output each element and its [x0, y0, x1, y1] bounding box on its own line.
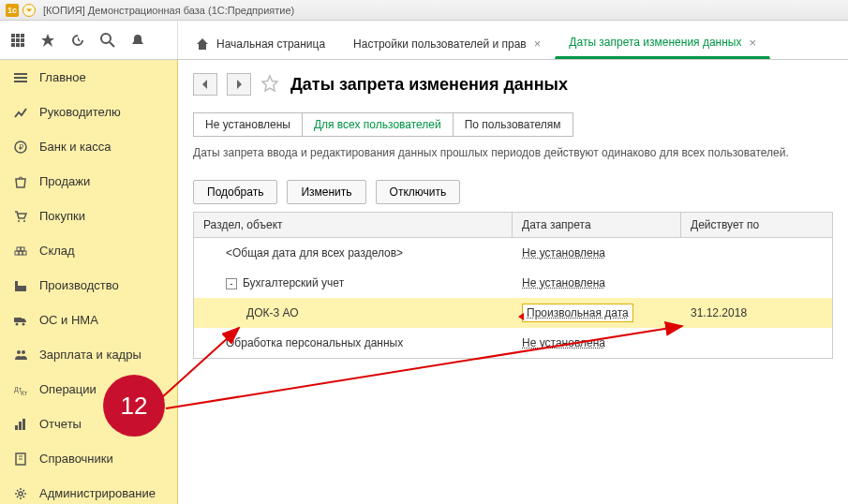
nav-back-button[interactable] [193, 73, 217, 96]
svg-rect-5 [21, 38, 24, 42]
pick-button[interactable]: Подобрать [193, 180, 277, 204]
svg-point-16 [23, 220, 25, 222]
main-toolbar: Начальная страницаНастройки пользователе… [0, 21, 848, 60]
ruble-icon: ₽ [13, 140, 28, 155]
sidebar-item-label: Зарплата и кадры [39, 348, 141, 362]
content-area: Даты запрета изменения данных Не установ… [178, 60, 848, 504]
table-row[interactable]: <Общая дата для всех разделов>Не установ… [194, 238, 832, 268]
svg-rect-11 [14, 77, 27, 79]
history-icon[interactable] [69, 32, 86, 49]
sidebar-item-8[interactable]: Зарплата и кадры [0, 337, 177, 372]
cell-effective: 31.12.2018 [681, 306, 832, 319]
svg-rect-10 [14, 73, 27, 75]
off-button[interactable]: Отключить [376, 180, 461, 204]
favorite-star-icon[interactable] [260, 74, 281, 95]
sidebar-item-3[interactable]: Продажи [0, 164, 177, 199]
tab-label: Начальная страница [216, 37, 325, 51]
grid-header-effective[interactable]: Действует по [681, 213, 832, 237]
tab-2[interactable]: Даты запрета изменения данных× [555, 27, 770, 59]
filter-tab-2[interactable]: По пользователям [454, 113, 573, 136]
gear-icon [13, 486, 28, 501]
tab-close-icon[interactable]: × [749, 36, 756, 50]
sidebar-item-1[interactable]: Руководителю [0, 95, 177, 129]
cell-date[interactable]: Произвольная дата [513, 306, 681, 319]
svg-rect-1 [16, 34, 20, 37]
tab-bar: Начальная страницаНастройки пользователе… [178, 21, 848, 59]
sidebar-item-11[interactable]: Справочники [0, 441, 177, 476]
edit-button[interactable]: Изменить [287, 180, 365, 204]
filter-tab-1[interactable]: Для всех пользователей [303, 113, 454, 136]
svg-rect-19 [22, 251, 26, 255]
cell-date[interactable]: Не установлена [513, 336, 681, 349]
truck-icon [13, 313, 28, 328]
svg-rect-24 [14, 318, 22, 322]
table-row[interactable]: Обработка персональных данныхНе установл… [194, 328, 832, 358]
sidebar-item-7[interactable]: ОС и НМА [0, 303, 177, 337]
titlebar-dropdown-icon[interactable] [22, 4, 36, 17]
cell-section: -Бухгалтерский учет [194, 276, 513, 289]
toolbar-left [0, 21, 178, 59]
nav-forward-button[interactable] [227, 73, 251, 96]
sidebar-item-label: Главное [39, 70, 86, 84]
sidebar-item-0[interactable]: Главное [0, 60, 177, 95]
sidebar-item-2[interactable]: ₽Банк и касса [0, 129, 177, 164]
home-icon [196, 37, 209, 51]
search-icon[interactable] [99, 32, 116, 49]
filter-tab-0[interactable]: Не установлены [194, 113, 303, 136]
page-title: Даты запрета изменения данных [290, 75, 568, 95]
report-icon [13, 417, 28, 432]
sidebar: ГлавноеРуководителю₽Банк и кассаПродажиП… [0, 60, 178, 504]
grid-header-date[interactable]: Дата запрета [513, 213, 681, 237]
cell-date[interactable]: Не установлена [513, 276, 681, 289]
tab-close-icon[interactable]: × [534, 37, 542, 51]
bag-icon [13, 174, 28, 189]
sidebar-item-label: Склад [39, 244, 75, 258]
sidebar-item-12[interactable]: Администрирование [0, 476, 177, 504]
svg-point-25 [16, 322, 19, 325]
tab-1[interactable]: Настройки пользователей и прав× [339, 27, 555, 59]
grid-body: <Общая дата для всех разделов>Не установ… [194, 238, 832, 358]
sidebar-item-label: Продажи [39, 174, 90, 188]
svg-point-27 [17, 350, 21, 354]
cell-date[interactable]: Не установлена [513, 246, 681, 259]
callout-number: 12 [121, 392, 148, 421]
svg-rect-2 [21, 34, 24, 37]
sidebar-item-6[interactable]: Производство [0, 268, 177, 303]
svg-rect-4 [16, 38, 20, 42]
sidebar-item-label: Производство [39, 278, 119, 292]
tree-toggle-icon[interactable]: - [226, 278, 237, 289]
svg-rect-0 [11, 34, 15, 37]
sidebar-item-label: Отчеты [39, 417, 82, 431]
star-icon[interactable] [39, 32, 56, 49]
svg-rect-21 [21, 247, 24, 251]
sidebar-item-label: Администрирование [39, 486, 156, 500]
tab-label: Даты запрета изменения данных [569, 36, 741, 49]
svg-point-15 [18, 220, 20, 222]
sidebar-item-label: Операции [39, 382, 97, 396]
sidebar-item-5[interactable]: Склад [0, 233, 177, 268]
svg-rect-18 [19, 251, 22, 255]
svg-rect-8 [21, 43, 24, 47]
app-logo-icon: 1c [6, 4, 19, 17]
cell-section: <Общая дата для всех разделов> [194, 246, 513, 259]
svg-rect-32 [19, 422, 22, 430]
cart-icon [13, 209, 28, 224]
grid-header-section[interactable]: Раздел, объект [194, 213, 513, 237]
bell-icon[interactable] [129, 32, 146, 49]
sidebar-item-label: Покупки [39, 209, 85, 223]
page-header-row: Даты запрета изменения данных [193, 73, 833, 96]
table-row[interactable]: ДОК-3 АОПроизвольная дата31.12.2018 [194, 298, 832, 328]
chart-icon [13, 105, 28, 120]
sidebar-item-label: Справочники [39, 452, 113, 466]
info-text: Даты запрета ввода и редактирования данн… [193, 146, 833, 159]
apps-icon[interactable] [9, 32, 26, 49]
people-icon [13, 348, 28, 363]
cell-section: Обработка персональных данных [194, 336, 513, 349]
svg-point-28 [22, 350, 25, 354]
tab-0[interactable]: Начальная страница [182, 27, 339, 59]
svg-rect-22 [15, 281, 18, 291]
sidebar-item-label: ОС и НМА [39, 313, 98, 327]
table-row[interactable]: -Бухгалтерский учетНе установлена [194, 268, 832, 298]
filter-tabs: Не установленыДля всех пользователейПо п… [193, 112, 573, 137]
sidebar-item-4[interactable]: Покупки [0, 199, 177, 233]
